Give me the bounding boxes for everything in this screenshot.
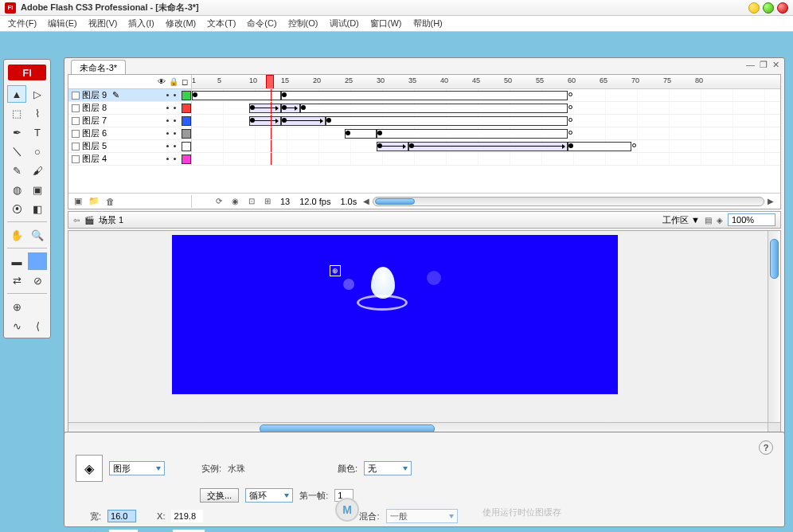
new-folder-button[interactable]: 📁: [88, 195, 100, 208]
menu-text[interactable]: 文本(T): [202, 16, 240, 31]
delete-layer-button[interactable]: 🗑: [104, 195, 116, 208]
edit-scene-icon[interactable]: ▤: [705, 216, 712, 225]
eyedropper-tool[interactable]: ⦿: [7, 200, 26, 217]
registration-icon[interactable]: ⊕: [330, 265, 341, 276]
lasso-tool[interactable]: ⌇: [28, 104, 47, 122]
eraser-tool[interactable]: ◧: [28, 200, 47, 217]
document-panel: 未命名-3* — ❐ ✕ 👁 🔒 ◻ 151015202530354045505…: [64, 57, 785, 440]
brush-tool[interactable]: 🖌: [28, 162, 47, 179]
onion-skin-icon[interactable]: ⟳: [216, 197, 222, 205]
zoom-combo[interactable]: 100%: [728, 213, 775, 226]
paint-bucket-tool[interactable]: ▣: [28, 181, 47, 198]
instance-type-combo[interactable]: 图形: [109, 461, 165, 475]
blend-combo[interactable]: 一般: [386, 509, 458, 523]
flash-brand-icon: Fl: [8, 65, 46, 80]
loop-combo[interactable]: 循环: [245, 488, 293, 503]
width-field[interactable]: 16.0: [107, 510, 136, 522]
line-tool[interactable]: ＼: [7, 143, 26, 160]
menu-window[interactable]: 窗口(W): [365, 16, 407, 31]
layer-row[interactable]: 图层 5: [68, 140, 780, 153]
eye-icon[interactable]: 👁: [158, 77, 166, 86]
stage[interactable]: ⊕: [68, 230, 781, 436]
pencil-tool[interactable]: ✎: [7, 162, 26, 179]
menu-edit[interactable]: 编辑(E): [43, 16, 82, 31]
fill-color[interactable]: [28, 252, 47, 270]
doc-tab[interactable]: 未命名-3*: [71, 60, 126, 74]
menu-commands[interactable]: 命令(C): [242, 16, 281, 31]
properties-panel: ? ◈ 图形 实例: 水珠 颜色: 无 交换... 循环 第一帧: 1 宽: 1…: [64, 432, 785, 527]
close-button[interactable]: [777, 2, 788, 14]
new-layer-button[interactable]: ▣: [72, 195, 84, 208]
menu-help[interactable]: 帮助(H): [408, 16, 447, 31]
workspace-dropdown[interactable]: 工作区 ▼: [662, 214, 700, 226]
onion-outlines-icon[interactable]: ⊡: [248, 197, 255, 205]
symbol-thumbnail[interactable]: ◈: [76, 455, 103, 482]
doc-restore[interactable]: ❐: [760, 60, 768, 70]
color-combo[interactable]: 无: [364, 461, 412, 475]
scene-name[interactable]: 场景 1: [99, 214, 123, 226]
ink-bottle-tool[interactable]: ◍: [7, 181, 26, 198]
no-color[interactable]: ⊘: [28, 272, 47, 289]
layer-row[interactable]: 图层 6: [68, 127, 780, 140]
center-frame-icon[interactable]: ◉: [232, 197, 239, 205]
title-bar: Fl Adobe Flash CS3 Professional - [未命名-3…: [0, 0, 793, 16]
doc-tabs: 未命名-3* — ❐ ✕: [64, 58, 784, 74]
swap-colors[interactable]: ⇄: [7, 272, 26, 289]
layer-row[interactable]: 图层 7: [68, 115, 780, 127]
pen-tool[interactable]: ✒: [7, 123, 26, 141]
width-label: 宽:: [90, 510, 101, 522]
separator: [7, 248, 47, 248]
x-field[interactable]: 219.8: [171, 510, 203, 522]
layer-row[interactable]: 图层 8: [68, 102, 780, 115]
help-icon[interactable]: ?: [759, 440, 773, 455]
maximize-button[interactable]: [763, 2, 774, 14]
edit-symbol-icon[interactable]: ◈: [717, 216, 723, 225]
timeline-scroll[interactable]: ◀ ▶: [357, 197, 780, 206]
firstframe-label: 第一帧:: [299, 490, 328, 502]
straighten-tool[interactable]: ⟨: [28, 317, 47, 334]
blend-label: 混合:: [359, 510, 379, 522]
ripple-graphic: [357, 295, 408, 311]
swap-button[interactable]: 交换...: [200, 488, 239, 503]
edit-multi-icon[interactable]: ⊞: [264, 197, 271, 205]
hand-tool[interactable]: ✋: [7, 226, 26, 244]
snap-tool[interactable]: ⊕: [7, 298, 26, 315]
stage-canvas[interactable]: ⊕: [172, 235, 618, 394]
lock-icon[interactable]: 🔒: [169, 77, 178, 86]
bubble-graphic: [427, 271, 441, 285]
current-frame: 13: [280, 197, 290, 206]
layer-header: 👁 🔒 ◻: [68, 75, 192, 88]
smooth-tool[interactable]: ∿: [7, 317, 26, 334]
workspace: Fl ▲ ▷ ⬚ ⌇ ✒ T ＼ ○ ✎ 🖌 ◍ ▣ ⦿ ◧ ✋ 🔍 ▬ ⇄ ⊘…: [0, 33, 793, 532]
menu-view[interactable]: 视图(V): [84, 16, 123, 31]
oval-tool[interactable]: ○: [28, 143, 47, 160]
zoom-tool[interactable]: 🔍: [28, 226, 47, 244]
layer-row[interactable]: 图层 9✎: [68, 89, 780, 102]
option-tool[interactable]: [28, 298, 47, 315]
doc-minimize[interactable]: —: [746, 60, 755, 70]
timeline-body[interactable]: 图层 9✎图层 8图层 7图层 6图层 5图层 4: [68, 89, 780, 193]
menu-file[interactable]: 文件(F): [3, 16, 41, 31]
doc-close[interactable]: ✕: [772, 60, 779, 70]
minimize-button[interactable]: [748, 2, 760, 14]
free-transform-tool[interactable]: ⬚: [7, 104, 26, 122]
stage-vscroll[interactable]: [768, 231, 780, 422]
app-icon: Fl: [5, 2, 16, 14]
outline-icon[interactable]: ◻: [182, 77, 188, 86]
instance-label: 实例:: [201, 463, 221, 475]
stroke-color[interactable]: ▬: [7, 252, 26, 270]
subselection-tool[interactable]: ▷: [28, 85, 47, 103]
separator: [7, 221, 47, 222]
menu-debug[interactable]: 调试(D): [325, 16, 364, 31]
selection-tool[interactable]: ▲: [7, 85, 26, 103]
back-icon[interactable]: ⇦: [73, 216, 80, 225]
layer-row[interactable]: 图层 4: [68, 153, 780, 166]
menu-insert[interactable]: 插入(I): [123, 16, 158, 31]
text-tool[interactable]: T: [28, 123, 47, 141]
water-drop-graphic[interactable]: [371, 267, 395, 299]
menu-control[interactable]: 控制(O): [283, 16, 323, 31]
watermark-logo-icon: M: [335, 498, 359, 522]
timeline-panel: 👁 🔒 ◻ 15101520253035404550556065707580 图…: [68, 74, 781, 209]
frame-ruler[interactable]: 15101520253035404550556065707580: [192, 75, 780, 88]
menu-modify[interactable]: 修改(M): [161, 16, 201, 31]
